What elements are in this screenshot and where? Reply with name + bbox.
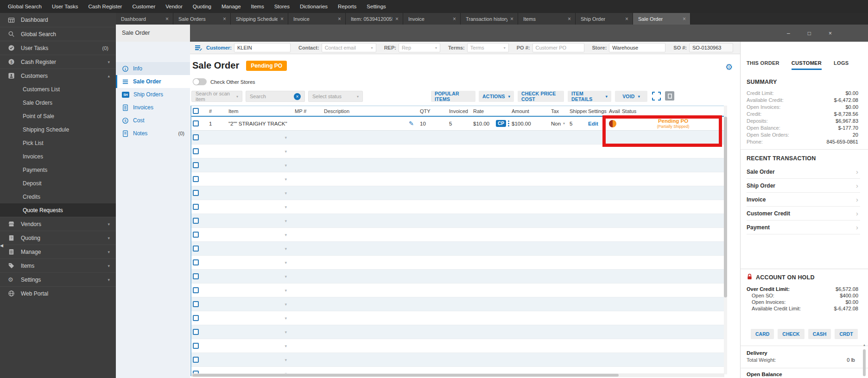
recent-item-customer-credit[interactable]: Customer Credit› bbox=[747, 207, 860, 220]
table-row-empty[interactable]: ▾ bbox=[191, 325, 724, 339]
menu-settings[interactable]: Settings bbox=[361, 0, 391, 13]
chevron-down-icon[interactable]: ▾ bbox=[285, 260, 287, 265]
row-checkbox[interactable] bbox=[193, 218, 199, 224]
scroll-up-icon[interactable]: ▴ bbox=[862, 343, 866, 347]
subnav-item-info[interactable]: Info bbox=[116, 62, 190, 75]
terms-input[interactable]: Terms▾ bbox=[467, 43, 509, 52]
sidebar-item-quote-requests[interactable]: Quote Requests bbox=[0, 203, 116, 217]
chevron-down-icon[interactable]: ▾ bbox=[285, 316, 287, 321]
recent-item-sale-order[interactable]: Sale Order› bbox=[747, 165, 860, 179]
sidebar-item-customers-list[interactable]: Customers List bbox=[0, 82, 116, 96]
actions-button[interactable]: ACTIONS▾ bbox=[479, 91, 514, 102]
contact-input[interactable]: Contact email▾ bbox=[322, 43, 376, 52]
settings-gear-icon[interactable]: ⚙ bbox=[725, 62, 733, 72]
tab-logs[interactable]: LOGS bbox=[834, 60, 849, 70]
sidebar-item-manage[interactable]: Manage ▾ bbox=[0, 245, 116, 258]
chevron-down-icon[interactable]: ▾ bbox=[285, 191, 287, 195]
close-icon[interactable]: × bbox=[568, 16, 571, 22]
menu-vendor[interactable]: Vendor bbox=[160, 0, 187, 13]
table-row-empty[interactable]: ▾ bbox=[191, 270, 724, 284]
table-vertical-scrollbar[interactable] bbox=[724, 106, 727, 374]
status-filter-dropdown[interactable]: Select status▾ bbox=[308, 91, 363, 102]
table-row-empty[interactable]: ▾ bbox=[191, 158, 724, 172]
table-row-empty[interactable]: ▾ bbox=[191, 186, 724, 200]
row-checkbox[interactable] bbox=[193, 162, 199, 168]
tab-customer[interactable]: CUSTOMER bbox=[792, 60, 822, 70]
check-button[interactable]: CHECK bbox=[778, 329, 804, 339]
row-checkbox[interactable] bbox=[193, 315, 199, 321]
so-number-input[interactable]: SO-0130963 bbox=[689, 43, 733, 52]
close-icon[interactable]: × bbox=[625, 16, 628, 22]
cp-badge[interactable]: CP bbox=[496, 120, 506, 127]
table-row-empty[interactable]: ▾ bbox=[191, 256, 724, 270]
row-checkbox[interactable] bbox=[193, 120, 199, 126]
tab-items[interactable]: Items× bbox=[518, 13, 576, 25]
sidebar-item-customers[interactable]: Customers ▴ bbox=[0, 69, 116, 82]
row-checkbox[interactable] bbox=[193, 273, 199, 279]
sidebar-item-web-portal[interactable]: Web Portal bbox=[0, 286, 116, 300]
sidebar-item-shipping-schedule[interactable]: Shipping Schedule bbox=[0, 123, 116, 136]
chevron-down-icon[interactable]: ▾ bbox=[285, 288, 287, 293]
subnav-item-ship-orders[interactable]: SH Ship Orders bbox=[116, 88, 190, 101]
sidebar-collapse-arrow[interactable]: ◀ bbox=[0, 243, 3, 248]
check-price-cost-button[interactable]: CHECK PRICE COST bbox=[518, 91, 564, 102]
subnav-item-invoices[interactable]: Invoices bbox=[116, 101, 190, 114]
row-checkbox[interactable] bbox=[193, 134, 199, 140]
menu-reports[interactable]: Reports bbox=[333, 0, 361, 13]
sidebar-item-deposit[interactable]: Deposit bbox=[0, 176, 116, 190]
chevron-down-icon[interactable]: ▾ bbox=[285, 330, 287, 334]
tab-this-order[interactable]: THIS ORDER bbox=[747, 60, 779, 70]
panel-scrollbar[interactable]: ▴ bbox=[862, 343, 866, 378]
menu-cash-register[interactable]: Cash Register bbox=[83, 0, 127, 13]
sidebar-item-settings[interactable]: ⚙ Settings ▾ bbox=[0, 272, 116, 286]
tab-sale-orders[interactable]: Sale Orders× bbox=[173, 13, 231, 25]
clear-search-icon[interactable]: × bbox=[294, 93, 301, 100]
menu-user-tasks[interactable]: User Tasks bbox=[47, 0, 83, 13]
table-row-empty[interactable]: ▾ bbox=[191, 311, 724, 325]
chevron-down-icon[interactable]: ▾ bbox=[285, 163, 287, 168]
sidebar-item-point-of-sale[interactable]: Point of Sale bbox=[0, 109, 116, 123]
chevron-down-icon[interactable]: ▾ bbox=[285, 302, 287, 307]
row-checkbox[interactable] bbox=[193, 246, 199, 252]
table-row-empty[interactable]: ▾ bbox=[191, 214, 724, 228]
sidebar-item-pick-list[interactable]: Pick List bbox=[0, 136, 116, 150]
sidebar-item-quoting[interactable]: ? Quoting ▾ bbox=[0, 231, 116, 245]
sidebar-item-payments[interactable]: Payments bbox=[0, 163, 116, 176]
recent-item-invoice[interactable]: Invoice› bbox=[747, 193, 860, 207]
row-checkbox[interactable] bbox=[193, 287, 199, 293]
subnav-item-cost[interactable]: $ Cost bbox=[116, 114, 190, 127]
table-row-empty[interactable]: ▾ bbox=[191, 353, 724, 367]
sidebar-item-dashboard[interactable]: Dashboard bbox=[0, 13, 116, 27]
row-tax[interactable]: Non bbox=[551, 121, 561, 126]
table-row-empty[interactable]: ▾ bbox=[191, 200, 724, 214]
select-all-checkbox[interactable] bbox=[193, 108, 199, 114]
tab-invoice-2[interactable]: Invoice× bbox=[403, 13, 461, 25]
row-checkbox[interactable] bbox=[193, 232, 199, 238]
close-icon[interactable]: × bbox=[510, 16, 513, 22]
close-icon[interactable]: × bbox=[280, 16, 284, 22]
chevron-down-icon[interactable]: ▾ bbox=[285, 177, 287, 182]
selection-mode-icon[interactable] bbox=[652, 92, 661, 101]
table-row-empty[interactable]: ▾ bbox=[191, 228, 724, 242]
row-checkbox[interactable] bbox=[193, 204, 199, 210]
more-options-icon[interactable] bbox=[508, 120, 509, 126]
store-input[interactable]: Warehouse bbox=[609, 43, 665, 52]
recent-item-payment[interactable]: Payment› bbox=[747, 220, 860, 234]
menu-dictionaries[interactable]: Dictionaries bbox=[295, 0, 333, 13]
menu-manage[interactable]: Manage bbox=[216, 0, 246, 13]
minimize-button[interactable]: – bbox=[787, 31, 790, 36]
chevron-down-icon[interactable]: ▾ bbox=[285, 205, 287, 209]
item-search-dropdown[interactable]: Search or scan item▾ bbox=[191, 91, 242, 102]
menu-customer[interactable]: Customer bbox=[127, 0, 160, 13]
menu-items[interactable]: Items bbox=[246, 0, 269, 13]
chevron-down-icon[interactable]: ▾ bbox=[285, 344, 287, 348]
sidebar-item-credits[interactable]: Credits bbox=[0, 190, 116, 203]
tab-transaction-history[interactable]: Transaction history× bbox=[461, 13, 518, 25]
chevron-down-icon[interactable]: ▾ bbox=[285, 219, 287, 223]
grid-view-icon[interactable] bbox=[665, 91, 674, 101]
close-icon[interactable]: × bbox=[453, 16, 456, 22]
recent-item-ship-order[interactable]: Ship Order› bbox=[747, 179, 860, 193]
tab-sale-order-active[interactable]: Sale Order× bbox=[633, 13, 691, 25]
item-details-button[interactable]: ITEM DETAILS▾ bbox=[568, 91, 611, 102]
subnav-item-notes[interactable]: Notes (0) bbox=[116, 127, 190, 140]
